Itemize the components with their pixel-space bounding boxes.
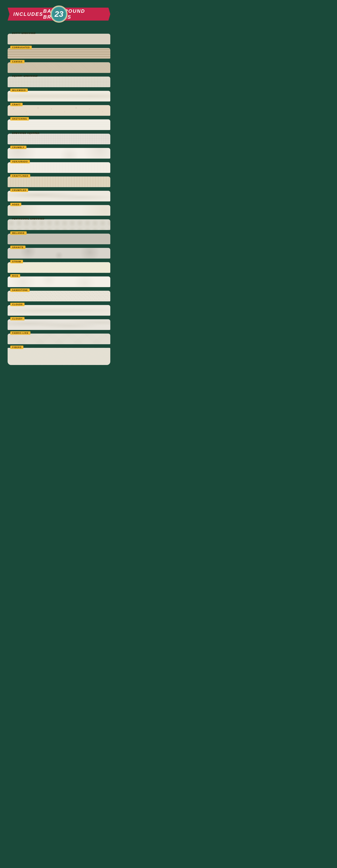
brush-item: CLOUDS [8,301,110,316]
brush-label: GRANITE [10,246,26,249]
brush-item: PENTAGONAL EMBOSSED [8,216,110,230]
brush-label: STRAW [10,260,23,263]
brush-item: RICE [8,273,110,287]
brush-item: CRAFTLINED [8,173,110,187]
brush-texture [8,205,110,216]
includes-text: INCLUDES [13,11,43,17]
brush-texture [8,105,110,116]
brush-item: DOTTY EMBOSSED [8,30,110,44]
brush-label: CLOUDY [10,317,25,320]
brush-texture [8,234,110,244]
brush-item: GRANITE [8,244,110,258]
brush-label: VERJURADO [10,160,30,163]
brush-label: SQUARY EMBOSSED [10,74,40,78]
brush-texture [8,48,110,59]
brush-texture [8,248,110,258]
brush-label: PENTAGONAL EMBOSSED [10,217,46,220]
number-inner: 23 [52,7,66,21]
brush-texture [8,34,110,44]
brush-item: SANDSTONE [8,287,110,301]
brush-count: 23 [55,10,64,18]
brush-label: CLOUDS [10,303,25,306]
brush-label: CANVAS [10,60,25,63]
brush-texture [8,334,110,344]
brush-label: MILKWEED [10,89,28,92]
brush-texture [8,134,110,144]
brush-texture [8,348,110,365]
brush-item: MILKWEED [8,87,110,101]
brush-label: CORRUGATED [10,46,32,49]
brush-label: CRUMPLED [10,188,28,192]
brush-label: SKETCHING [10,117,29,121]
brush-label: RICE [10,274,20,278]
brush-texture [8,319,110,330]
brush-item: VERJURADO [8,159,110,173]
brush-item: EMBOSSED SQUARES [8,130,110,144]
brush-item: FABRIC-LIKE [8,330,110,344]
brush-label: MELANGE [10,231,27,235]
brush-texture [8,219,110,230]
number-badge: 23 [50,5,68,23]
brush-texture [8,276,110,287]
brush-label: CRAFTLINED [10,174,30,178]
brush-item: FIBERS [8,344,110,365]
brush-label: AGED [10,203,21,206]
brush-item: MELANGE [8,230,110,244]
brush-texture [8,62,110,73]
brush-list: DOTTY EMBOSSEDCORRUGATEDCANVASSQUARY EMB… [8,30,110,365]
page-header: INCLUDES BACKGROUND BRUSHES 23 [0,8,118,21]
brush-texture [8,119,110,130]
brush-texture [8,262,110,273]
brush-label: FABRIC-LIKE [10,331,30,335]
brush-texture [8,162,110,173]
brush-texture [8,291,110,301]
brush-item: STRAW [8,258,110,273]
brush-texture [8,76,110,87]
brush-label: CRAFT [10,103,23,106]
brush-item: CRUMBLY [8,144,110,159]
brush-texture [8,91,110,101]
brush-texture [8,177,110,187]
brush-item: AGED [8,202,110,216]
brush-item: SKETCHING [8,116,110,130]
brush-item: CRUMPLED [8,187,110,202]
brush-item: SQUARY EMBOSSED [8,73,110,87]
brush-label: FIBERS [10,346,23,349]
brush-texture [8,305,110,316]
brush-texture [8,148,110,159]
brush-label: CRUMBLY [10,146,27,149]
brush-label: EMBOSSED SQUARES [10,131,41,135]
brush-item: CLOUDY [8,316,110,330]
brush-texture [8,191,110,202]
brush-item: CANVAS [8,59,110,73]
brush-item: CORRUGATED [8,44,110,59]
brush-label: SANDSTONE [10,288,30,292]
brush-label: DOTTY EMBOSSED [10,31,38,35]
brush-item: CRAFT [8,101,110,116]
